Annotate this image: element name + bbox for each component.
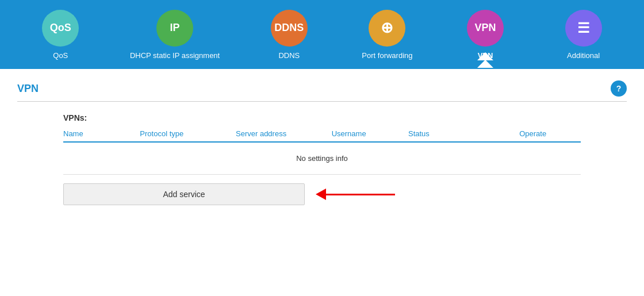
nav-icon-vpn-text: VPN [475,22,496,34]
add-service-button[interactable]: Add service [63,183,305,205]
nav-item-portfwd[interactable]: ⊕ Port forwarding [358,10,416,60]
active-arrow [477,60,493,68]
col-header-operate: Operate [485,129,581,138]
col-header-server: Server address [236,129,332,138]
nav-label-vpn: VPN [478,51,493,60]
nav-label-ip: DHCP static IP assignment [130,51,220,60]
nav-icon-vpn: VPN [467,10,504,47]
arrow-head [316,189,326,200]
nav-icon-ip: IP [156,10,193,47]
nav-icon-additional: ☰ [565,10,602,47]
nav-item-qos[interactable]: QoS QoS [32,10,89,60]
nav-label-qos: QoS [53,51,68,60]
nav-label-portfwd: Port forwarding [362,51,412,60]
nav-bar: QoS QoS IP DHCP static IP assignment DDN… [0,0,644,69]
content-area: VPN ? VPNs: Name Protocol type Server ad… [0,69,644,225]
vpns-label: VPNs: [17,113,627,122]
nav-icon-qos-text: QoS [50,22,71,34]
nav-item-vpn[interactable]: VPN VPN [457,10,514,60]
nav-item-additional[interactable]: ☰ Additional [555,10,612,60]
table-header: Name Protocol type Server address Userna… [63,129,581,143]
col-header-name: Name [63,129,140,138]
section-header: VPN ? [17,80,627,102]
col-header-username: Username [332,129,408,138]
col-header-protocol: Protocol type [140,129,236,138]
nav-icon-ip-text: IP [170,22,180,34]
nav-icon-ddns: DDNS [271,10,308,47]
section-title: VPN [17,83,39,95]
nav-label-additional: Additional [567,51,600,60]
nav-icon-portfwd-text: ⊕ [381,19,393,37]
nav-icon-ddns-text: DDNS [274,22,304,34]
nav-icon-portfwd: ⊕ [369,10,405,47]
empty-message: No settings info [63,143,581,175]
nav-label-ddns: DDNS [278,51,300,60]
nav-item-ip[interactable]: IP DHCP static IP assignment [130,10,220,60]
nav-icon-qos: QoS [42,10,79,47]
arrow-indicator [316,189,395,200]
add-service-row: Add service [17,175,627,214]
arrow-line [326,194,395,195]
help-icon: ? [616,84,622,93]
help-button[interactable]: ? [611,80,627,97]
nav-icon-additional-text: ☰ [577,20,590,36]
nav-item-ddns[interactable]: DDNS DDNS [260,10,318,60]
vpn-table: Name Protocol type Server address Userna… [17,129,627,175]
col-header-status: Status [408,129,485,138]
